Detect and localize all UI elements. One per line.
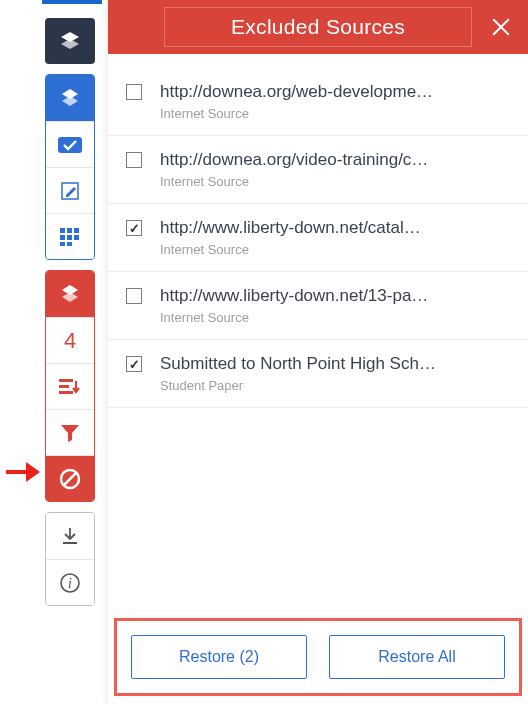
- close-button[interactable]: [488, 14, 514, 40]
- sidebar-gray-group: i: [45, 512, 95, 606]
- svg-marker-1: [61, 39, 79, 49]
- panel-footer: Restore (2) Restore All: [114, 618, 522, 696]
- source-url: http://www.liberty-down.net/catal…: [160, 218, 508, 238]
- source-type: Internet Source: [160, 106, 508, 121]
- callout-arrow: [0, 462, 42, 482]
- source-text: http://downea.org/video-training/c…Inter…: [160, 150, 508, 189]
- similarity-count-value: 4: [64, 328, 76, 354]
- source-checkbox[interactable]: [126, 288, 142, 304]
- source-item: http://www.liberty-down.net/13-pa…Intern…: [108, 272, 528, 340]
- source-text: Submitted to North Point High Sch…Studen…: [160, 354, 508, 393]
- svg-line-20: [64, 473, 76, 485]
- sidebar-red-group: 4: [45, 270, 95, 502]
- check-badge-icon: [57, 136, 83, 154]
- source-type: Internet Source: [160, 310, 508, 325]
- source-type: Internet Source: [160, 242, 508, 257]
- panel-header: Excluded Sources: [108, 0, 528, 54]
- blue-group-header[interactable]: [46, 75, 94, 121]
- red-group-header[interactable]: [46, 271, 94, 317]
- source-text: http://www.liberty-down.net/13-pa…Intern…: [160, 286, 508, 325]
- excluded-sources-button[interactable]: [46, 455, 94, 501]
- source-text: http://www.liberty-down.net/catal…Intern…: [160, 218, 508, 257]
- svg-rect-17: [59, 385, 69, 388]
- svg-rect-13: [67, 242, 72, 246]
- source-item: Submitted to North Point High Sch…Studen…: [108, 340, 528, 408]
- svg-rect-9: [60, 235, 65, 240]
- source-type: Internet Source: [160, 174, 508, 189]
- svg-rect-16: [59, 379, 73, 382]
- svg-rect-12: [60, 242, 65, 246]
- all-sources-button[interactable]: [46, 363, 94, 409]
- svg-rect-7: [67, 228, 72, 233]
- source-checkbox[interactable]: [126, 152, 142, 168]
- source-url: http://downea.org/web-developme…: [160, 82, 508, 102]
- source-checkbox[interactable]: [126, 356, 142, 372]
- layers-button[interactable]: [45, 18, 95, 64]
- svg-marker-15: [62, 292, 78, 302]
- match-overview-button[interactable]: [46, 121, 94, 167]
- filter-button[interactable]: [46, 409, 94, 455]
- svg-text:i: i: [68, 576, 72, 591]
- svg-rect-8: [74, 228, 79, 233]
- download-button[interactable]: [46, 513, 94, 559]
- restore-all-button[interactable]: Restore All: [329, 635, 505, 679]
- source-text: http://downea.org/web-developme…Internet…: [160, 82, 508, 121]
- bars-down-icon: [59, 377, 81, 397]
- grid-button[interactable]: [46, 213, 94, 259]
- layers-icon: [60, 284, 80, 304]
- prohibit-icon: [59, 468, 81, 490]
- source-type: Student Paper: [160, 378, 508, 393]
- layers-icon: [59, 30, 81, 52]
- edit-button[interactable]: [46, 167, 94, 213]
- info-icon: i: [59, 572, 81, 594]
- source-checkbox[interactable]: [126, 84, 142, 100]
- source-url: http://www.liberty-down.net/13-pa…: [160, 286, 508, 306]
- funnel-icon: [60, 424, 80, 442]
- sidebar-blue-group: [45, 74, 95, 260]
- grid-icon: [60, 228, 80, 246]
- layers-icon: [60, 88, 80, 108]
- svg-rect-6: [60, 228, 65, 233]
- source-url: Submitted to North Point High Sch…: [160, 354, 508, 374]
- svg-rect-10: [67, 235, 72, 240]
- source-list: http://downea.org/web-developme…Internet…: [108, 54, 528, 612]
- source-item: http://downea.org/video-training/c…Inter…: [108, 136, 528, 204]
- restore-button[interactable]: Restore (2): [131, 635, 307, 679]
- source-item: http://downea.org/web-developme…Internet…: [108, 68, 528, 136]
- pencil-square-icon: [60, 181, 80, 201]
- sidebar: 4 i: [45, 18, 95, 606]
- excluded-sources-panel: Excluded Sources http://downea.org/web-d…: [108, 0, 528, 704]
- panel-title: Excluded Sources: [231, 15, 405, 39]
- svg-rect-11: [74, 235, 79, 240]
- svg-rect-18: [59, 391, 73, 394]
- source-item: http://www.liberty-down.net/catal…Intern…: [108, 204, 528, 272]
- similarity-count[interactable]: 4: [46, 317, 94, 363]
- svg-marker-3: [62, 96, 78, 106]
- source-checkbox[interactable]: [126, 220, 142, 236]
- svg-rect-4: [58, 137, 82, 153]
- source-url: http://downea.org/video-training/c…: [160, 150, 508, 170]
- download-icon: [61, 527, 79, 545]
- info-button[interactable]: i: [46, 559, 94, 605]
